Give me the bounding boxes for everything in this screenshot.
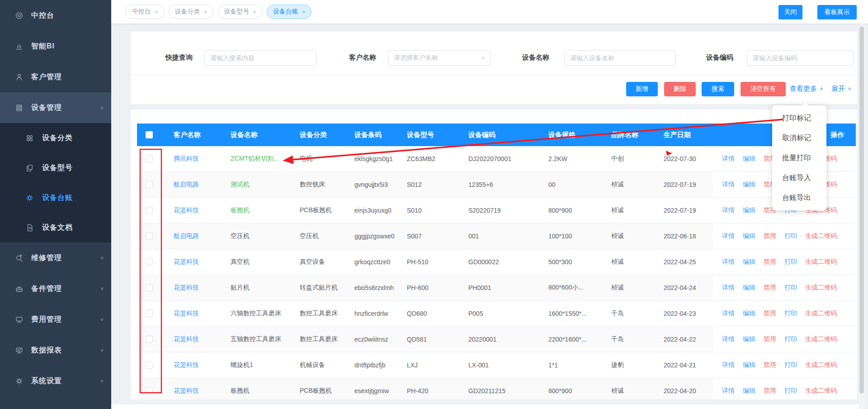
delete-button[interactable]: 删除: [664, 82, 696, 96]
customer-select[interactable]: 请选择客户名称 ∨: [388, 50, 491, 66]
customer-name-link[interactable]: 花篮科技: [174, 361, 199, 369]
tab-设备分类[interactable]: 设备分类×: [169, 5, 214, 19]
row-action-禁用[interactable]: 禁用: [764, 258, 776, 266]
row-checkbox[interactable]: [146, 336, 153, 343]
row-action-打印[interactable]: 打印: [784, 387, 797, 395]
row-action-详情[interactable]: 详情: [722, 387, 735, 395]
row-action-编辑[interactable]: 编辑: [743, 284, 755, 292]
row-action-生成二维码[interactable]: 生成二维码: [805, 387, 837, 395]
row-checkbox[interactable]: [146, 155, 153, 162]
customer-name-link[interactable]: 航启电路: [174, 181, 199, 189]
row-checkbox[interactable]: [146, 181, 153, 188]
quick-search-input[interactable]: [204, 50, 316, 66]
sidebar-item-cost[interactable]: 费用管理∨: [0, 304, 111, 335]
row-action-生成二维码[interactable]: 生成二维码: [805, 258, 837, 266]
sidebar-item-console[interactable]: 中控台: [0, 0, 111, 31]
row-action-打印[interactable]: 打印: [784, 232, 797, 240]
expand-link[interactable]: 展开 ∨: [831, 85, 851, 93]
row-checkbox[interactable]: [146, 310, 153, 317]
row-action-详情[interactable]: 详情: [722, 258, 735, 266]
row-action-编辑[interactable]: 编辑: [743, 335, 755, 343]
customer-name-link[interactable]: 花篮科技: [174, 258, 199, 266]
tab-close-icon[interactable]: ×: [204, 9, 208, 15]
vertical-scrollbar-track[interactable]: [859, 24, 865, 409]
customer-name-link[interactable]: 腾讯科技: [174, 155, 199, 163]
row-action-生成二维码[interactable]: 生成二维码: [805, 232, 837, 240]
row-checkbox[interactable]: [146, 284, 153, 291]
row-action-编辑[interactable]: 编辑: [743, 232, 755, 240]
row-action-禁用[interactable]: 禁用: [764, 387, 776, 395]
row-checkbox[interactable]: [146, 207, 153, 214]
row-action-禁用[interactable]: 禁用: [764, 335, 776, 343]
dropdown-item-取消标记[interactable]: 取消标记: [772, 128, 826, 148]
row-action-详情[interactable]: 详情: [722, 361, 735, 369]
row-action-禁用[interactable]: 禁用: [764, 284, 776, 292]
row-action-打印[interactable]: 打印: [784, 335, 797, 343]
row-action-详情[interactable]: 详情: [722, 155, 735, 163]
row-action-禁用[interactable]: 禁用: [764, 361, 776, 369]
dropdown-item-批量打印[interactable]: 批量打印: [772, 148, 826, 168]
tab-设备台账[interactable]: 设备台账×: [267, 5, 312, 19]
device-code-input[interactable]: [747, 50, 854, 66]
customer-name-link[interactable]: 花篮科技: [174, 309, 199, 318]
dropdown-item-台账导出[interactable]: 台账导出: [772, 188, 826, 208]
customer-name-link[interactable]: 花篮科技: [174, 335, 199, 343]
tab-设备型号[interactable]: 设备型号×: [217, 5, 263, 19]
row-action-打印[interactable]: 打印: [784, 309, 797, 318]
row-action-禁用[interactable]: 禁用: [764, 309, 776, 318]
sidebar-item-device-ledger[interactable]: 设备台账: [0, 183, 111, 213]
row-checkbox[interactable]: [146, 387, 153, 395]
clear-all-button[interactable]: 清空所有: [741, 82, 786, 96]
sidebar-item-spares[interactable]: 备件管理∨: [0, 273, 111, 304]
row-action-编辑[interactable]: 编辑: [743, 387, 755, 395]
row-action-禁用[interactable]: 禁用: [764, 232, 776, 240]
row-checkbox[interactable]: [146, 233, 153, 240]
row-action-详情[interactable]: 详情: [722, 206, 735, 214]
row-action-编辑[interactable]: 编辑: [743, 309, 755, 318]
vertical-scrollbar-thumb[interactable]: [859, 26, 864, 394]
customer-name-link[interactable]: 花篮科技: [174, 387, 199, 395]
tab-中控台[interactable]: 中控台×: [126, 5, 165, 19]
sidebar-item-report[interactable]: 数据报表∨: [0, 335, 111, 366]
add-button[interactable]: 新增: [626, 82, 658, 96]
dropdown-item-台账导入[interactable]: 台账导入: [772, 168, 826, 188]
row-action-生成二维码[interactable]: 生成二维码: [805, 309, 837, 318]
view-more-link[interactable]: 查看更多 ∧: [790, 85, 823, 93]
sidebar-item-customers[interactable]: 客户管理: [0, 62, 111, 92]
row-action-详情[interactable]: 详情: [722, 309, 735, 318]
row-action-详情[interactable]: 详情: [722, 335, 735, 343]
select-all-checkbox[interactable]: [146, 131, 153, 138]
tab-close-icon[interactable]: ×: [253, 9, 256, 15]
customer-name-link[interactable]: 花篮科技: [174, 206, 199, 214]
row-checkbox[interactable]: [146, 361, 153, 369]
sidebar-item-device-category[interactable]: 设备分类: [0, 123, 111, 153]
dropdown-item-打印标记[interactable]: 打印标记: [772, 108, 826, 128]
row-action-编辑[interactable]: 编辑: [743, 361, 755, 369]
sidebar-item-bi[interactable]: 智能BI: [0, 31, 111, 62]
row-action-编辑[interactable]: 编辑: [743, 181, 755, 189]
row-action-编辑[interactable]: 编辑: [743, 155, 755, 163]
sidebar-item-devices[interactable]: 设备管理∧: [0, 92, 111, 123]
row-action-详情[interactable]: 详情: [722, 284, 735, 292]
row-action-详情[interactable]: 详情: [722, 181, 735, 189]
sidebar-item-settings[interactable]: 系统设置∨: [0, 366, 111, 396]
sidebar-item-device-docs[interactable]: 设备文档: [0, 213, 111, 243]
tab-close-icon[interactable]: ×: [155, 9, 158, 15]
row-action-编辑[interactable]: 编辑: [743, 258, 755, 266]
row-action-生成二维码[interactable]: 生成二维码: [805, 335, 837, 343]
sidebar-item-device-model[interactable]: 设备型号: [0, 153, 111, 183]
row-action-编辑[interactable]: 编辑: [743, 206, 755, 214]
device-name-input[interactable]: [564, 50, 676, 66]
row-action-生成二维码[interactable]: 生成二维码: [805, 361, 837, 369]
close-button[interactable]: 关闭: [778, 5, 802, 19]
row-action-打印[interactable]: 打印: [784, 284, 797, 292]
board-display-button[interactable]: 看板展示: [817, 5, 857, 19]
tab-close-icon[interactable]: ×: [302, 9, 306, 15]
row-action-详情[interactable]: 详情: [722, 232, 735, 240]
customer-name-link[interactable]: 花篮科技: [174, 284, 199, 292]
row-action-打印[interactable]: 打印: [784, 258, 797, 266]
sidebar-item-repair[interactable]: 维修管理∨: [0, 243, 111, 273]
row-action-打印[interactable]: 打印: [784, 361, 797, 369]
customer-name-link[interactable]: 航启电路: [174, 232, 199, 240]
row-checkbox[interactable]: [146, 258, 153, 266]
